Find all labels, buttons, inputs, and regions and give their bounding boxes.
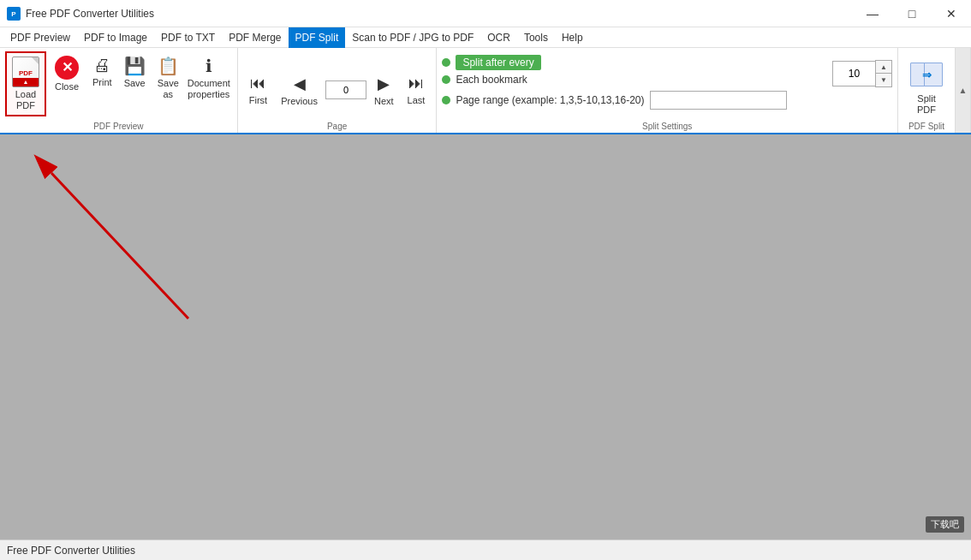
split-after-every-option[interactable]: Split after every <box>442 57 825 69</box>
pdf-split-content: ⇒ Split PDF <box>903 51 950 120</box>
pages-spinbox: ▲ ▼ <box>832 60 892 87</box>
close-button[interactable]: ✕ Close <box>48 51 86 97</box>
first-label: First <box>249 95 267 105</box>
ribbon-group-pdf-split: ⇒ Split PDF PDF Split ▲ <box>898 48 971 133</box>
split-after-every-dot <box>442 58 450 67</box>
pdf-split-group-label: PDF Split <box>903 120 950 131</box>
watermark: 下载吧 <box>926 516 964 533</box>
title-bar-controls: — □ ✕ <box>853 0 971 27</box>
page-range-input[interactable] <box>650 91 787 110</box>
spinbox-arrows: ▲ ▼ <box>875 60 892 87</box>
ribbon-group-split-settings: Split after every Each bookmark Page ran… <box>437 48 898 133</box>
pdf-preview-buttons: PDF ▲ Load PDF ✕ Close 🖨 Print 💾 <box>5 51 232 120</box>
window-close-button[interactable]: ✕ <box>932 0 971 27</box>
document-properties-button[interactable]: ℹ Documentproperties <box>186 51 232 104</box>
save-button[interactable]: 💾 Save <box>119 51 151 92</box>
each-bookmark-dot <box>442 75 450 84</box>
load-pdf-button[interactable]: PDF ▲ Load PDF <box>5 51 46 116</box>
split-after-every-label-container: Split after every <box>456 57 540 69</box>
page-range-option[interactable]: Page range (example: 1,3,5-10,13,16-20) <box>442 91 825 110</box>
close-icon: ✕ <box>55 56 79 80</box>
next-page-button[interactable]: ▶ Next <box>368 70 400 110</box>
split-settings-group-label: Split Settings <box>442 120 892 131</box>
previous-page-button[interactable]: ◀ Previous <box>275 70 324 110</box>
ribbon-group-page: ⏮ First ◀ Previous ▶ Next <box>238 48 438 133</box>
each-bookmark-option[interactable]: Each bookmark <box>442 74 825 86</box>
split-pdf-button[interactable]: ⇒ Split PDF <box>903 55 950 120</box>
arrow-annotation <box>17 147 206 336</box>
menu-bar: PDF Preview PDF to Image PDF to TXT PDF … <box>0 27 971 48</box>
page-number-input[interactable] <box>325 80 366 99</box>
document-properties-icon: ℹ <box>206 56 212 76</box>
maximize-button[interactable]: □ <box>892 0 932 27</box>
collapse-ribbon-button[interactable]: ▲ <box>955 48 970 133</box>
split-pdf-icon: ⇒ <box>910 59 943 92</box>
menu-ocr[interactable]: OCR <box>480 27 517 48</box>
menu-pdf-preview[interactable]: PDF Preview <box>3 27 77 48</box>
load-pdf-icon: PDF ▲ <box>12 57 39 87</box>
save-label: Save <box>124 78 146 88</box>
title-bar-left: P Free PDF Converter Utilities <box>7 7 154 21</box>
main-content-area: 下载吧 <box>0 134 971 539</box>
split-after-every-label[interactable]: Split after every <box>456 55 540 70</box>
document-properties-label: Documentproperties <box>188 78 230 100</box>
minimize-button[interactable]: — <box>853 0 892 27</box>
split-options: Split after every Each bookmark Page ran… <box>442 57 825 110</box>
pdf-preview-group-label: PDF Preview <box>5 120 232 131</box>
menu-pdf-merge[interactable]: PDF Merge <box>222 27 288 48</box>
last-label: Last <box>408 95 426 105</box>
split-settings-content: Split after every Each bookmark Page ran… <box>442 51 892 120</box>
status-text: Free PDF Converter Utilities <box>7 545 135 557</box>
first-page-button[interactable]: ⏮ First <box>243 70 273 110</box>
window-title: Free PDF Converter Utilities <box>26 8 154 20</box>
spinbox-input[interactable] <box>832 61 875 86</box>
menu-tools[interactable]: Tools <box>517 27 555 48</box>
ribbon-group-pdf-preview: PDF ▲ Load PDF ✕ Close 🖨 Print 💾 <box>0 48 238 133</box>
app-icon: P <box>7 7 21 21</box>
next-icon: ▶ <box>378 74 390 93</box>
spinbox-down-arrow[interactable]: ▼ <box>876 74 891 86</box>
status-bar: Free PDF Converter Utilities <box>0 539 971 560</box>
page-range-dot <box>442 96 450 104</box>
menu-scan-to-pdf[interactable]: Scan to PDF / JPG to PDF <box>345 27 480 48</box>
last-icon: ⏭ <box>408 74 424 92</box>
first-icon: ⏮ <box>250 74 265 92</box>
svg-text:P: P <box>11 10 16 18</box>
title-bar: P Free PDF Converter Utilities — □ ✕ <box>0 0 971 27</box>
svg-line-3 <box>51 173 188 319</box>
spinbox-up-arrow[interactable]: ▲ <box>876 61 891 74</box>
print-button[interactable]: 🖨 Print <box>87 51 117 92</box>
menu-pdf-to-image[interactable]: PDF to Image <box>77 27 154 48</box>
ribbon: PDF ▲ Load PDF ✕ Close 🖨 Print 💾 <box>0 48 971 134</box>
menu-pdf-split[interactable]: PDF Split <box>289 27 346 48</box>
prev-icon: ◀ <box>294 74 306 93</box>
print-label: Print <box>92 77 112 87</box>
load-pdf-label: Load PDF <box>15 89 36 111</box>
save-as-button[interactable]: 📋 Saveas <box>152 51 184 104</box>
save-icon: 💾 <box>124 56 146 76</box>
save-as-icon: 📋 <box>158 56 179 76</box>
page-input-box <box>325 80 366 99</box>
page-range-label: Page range (example: 1,3,5-10,13,16-20) <box>456 94 644 106</box>
close-label: Close <box>55 81 79 92</box>
save-as-label: Saveas <box>158 78 179 100</box>
print-icon: 🖨 <box>93 56 110 75</box>
prev-label: Previous <box>281 96 318 106</box>
last-page-button[interactable]: ⏭ Last <box>402 70 432 110</box>
menu-pdf-to-txt[interactable]: PDF to TXT <box>154 27 222 48</box>
each-bookmark-label: Each bookmark <box>456 74 527 86</box>
page-nav-buttons: ⏮ First ◀ Previous ▶ Next <box>243 51 432 120</box>
next-label: Next <box>374 96 394 106</box>
menu-help[interactable]: Help <box>555 27 590 48</box>
page-group-label: Page <box>243 120 432 131</box>
split-pdf-label: Split PDF <box>917 93 936 116</box>
